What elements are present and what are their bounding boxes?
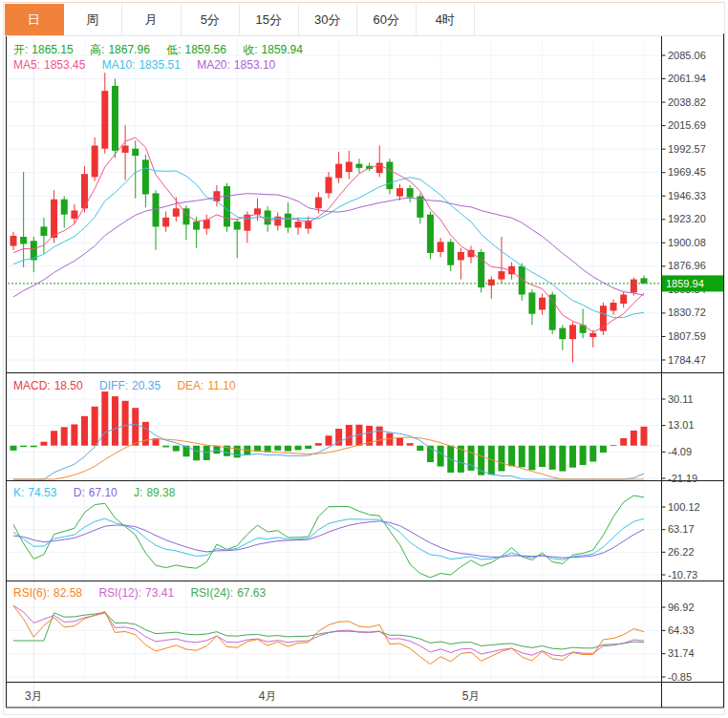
kdj-axis-label: 100.12: [668, 501, 700, 513]
macd-bar: [162, 446, 169, 448]
macd-bar: [620, 438, 627, 446]
price-axis-label: 1946.33: [668, 190, 706, 201]
k-line: [13, 518, 644, 560]
candle-body: [376, 163, 383, 174]
macd-bar: [396, 438, 403, 446]
rsi-axis-label: 96.92: [668, 602, 695, 613]
candle-body: [569, 325, 576, 339]
d-value: 67.10: [89, 486, 118, 499]
candle-body: [173, 208, 180, 216]
macd-bar: [20, 446, 27, 447]
rsi24-value: 67.63: [237, 586, 266, 600]
tab-daily[interactable]: 日: [5, 4, 64, 35]
macd-bar: [61, 427, 68, 445]
candle-body: [51, 200, 57, 238]
tab-5min[interactable]: 5分: [182, 4, 241, 35]
macd-value: 18.50: [54, 379, 83, 392]
tab-60min[interactable]: 60分: [357, 4, 417, 35]
rsi12-label: RSI(12):: [98, 586, 141, 600]
macd-bar: [173, 446, 180, 452]
candle-body: [559, 328, 566, 340]
macd-bar: [407, 443, 414, 446]
kline-chart-canvas[interactable]: 2085.062061.942038.822015.691992.571969.…: [0, 0, 728, 718]
kdj-axis-label: 26.22: [668, 546, 695, 558]
candle-body: [488, 280, 495, 285]
kdj-header: K:74.53 D:67.10 J:89.38: [13, 486, 179, 499]
candle-body: [335, 164, 342, 179]
macd-bar: [549, 446, 556, 470]
macd-bar: [417, 446, 423, 451]
price-axis-label: 1807.59: [668, 330, 706, 342]
macd-bar: [610, 445, 617, 446]
x-axis-month-label: 3月: [25, 689, 43, 703]
open-label: 开:: [13, 43, 28, 56]
macd-histogram: [11, 391, 648, 475]
macd-bar: [438, 446, 444, 467]
close-value: 1859.94: [262, 43, 303, 56]
candle-body: [92, 146, 98, 178]
rsi-axis-label: 64.33: [668, 624, 695, 636]
rsi6-label: RSI(6):: [13, 586, 50, 600]
candle-body: [71, 210, 77, 218]
price-axis-label: 2038.82: [668, 96, 706, 108]
candle-body: [346, 161, 353, 172]
candle-body: [458, 252, 464, 260]
price-axis-label: 1876.96: [668, 260, 706, 271]
ma20-label: MA20:: [197, 58, 230, 72]
macd-bar: [122, 401, 129, 446]
kdj-axis-label: -10.73: [668, 569, 697, 581]
price-axis-label: 1784.47: [668, 354, 706, 366]
macd-bar: [580, 446, 587, 465]
price-axis-label: 1992.57: [668, 143, 706, 155]
candle-body: [203, 220, 210, 229]
k-value: 74.53: [28, 486, 56, 499]
candle-body: [610, 303, 617, 310]
price-axis-label: 1969.45: [668, 166, 706, 178]
candle-body: [254, 208, 261, 214]
candle-body: [315, 198, 322, 209]
candle-body: [142, 159, 149, 194]
macd-bar: [631, 431, 637, 446]
kdj-axis-label: 63.17: [668, 523, 695, 535]
macd-bar: [142, 422, 149, 446]
ohlc-header: 开:1865.15 高:1867.96 低:1859.56 收:1859.94: [13, 42, 307, 58]
ma10-value: 1835.51: [139, 58, 180, 72]
close-label: 收:: [243, 43, 257, 56]
dea-label: DEA:: [177, 379, 203, 392]
candle-body: [234, 222, 241, 229]
candle-body: [620, 295, 627, 305]
candle-body: [20, 237, 27, 243]
macd-bar: [559, 446, 566, 472]
macd-bar: [376, 427, 383, 446]
tab-4hour[interactable]: 4时: [417, 4, 476, 35]
candle-body: [396, 188, 403, 196]
macd-bar: [51, 431, 57, 445]
low-value: 1859.56: [185, 43, 226, 56]
candle-body: [640, 278, 647, 284]
tab-30min[interactable]: 30分: [299, 4, 358, 35]
tab-weekly[interactable]: 周: [64, 4, 123, 35]
tab-monthly[interactable]: 月: [122, 4, 182, 35]
macd-bar: [101, 391, 108, 446]
macd-bar: [234, 446, 241, 458]
tabbar-spacer: [475, 4, 723, 35]
tab-15min[interactable]: 15分: [240, 4, 299, 35]
high-value: 1867.96: [108, 43, 149, 56]
macd-axis-label: -21.19: [668, 473, 697, 484]
candle-body: [325, 177, 332, 193]
candles: [11, 73, 648, 363]
ma-header: MA5:1853.45 MA10:1835.51 MA20:1853.10: [13, 58, 279, 72]
candle-body: [132, 149, 139, 156]
macd-bar: [528, 446, 535, 471]
candle-body: [589, 333, 596, 337]
candle-body: [61, 200, 68, 215]
candle-body: [153, 193, 160, 226]
x-axis-month-label: 4月: [259, 689, 277, 703]
candle-body: [355, 164, 362, 168]
macd-label: MACD:: [13, 379, 51, 392]
candle-body: [631, 280, 637, 293]
x-axis-month-label: 5月: [462, 689, 481, 703]
macd-bar: [295, 446, 302, 451]
macd-bar: [498, 446, 504, 472]
diff-value: 20.35: [132, 379, 161, 392]
